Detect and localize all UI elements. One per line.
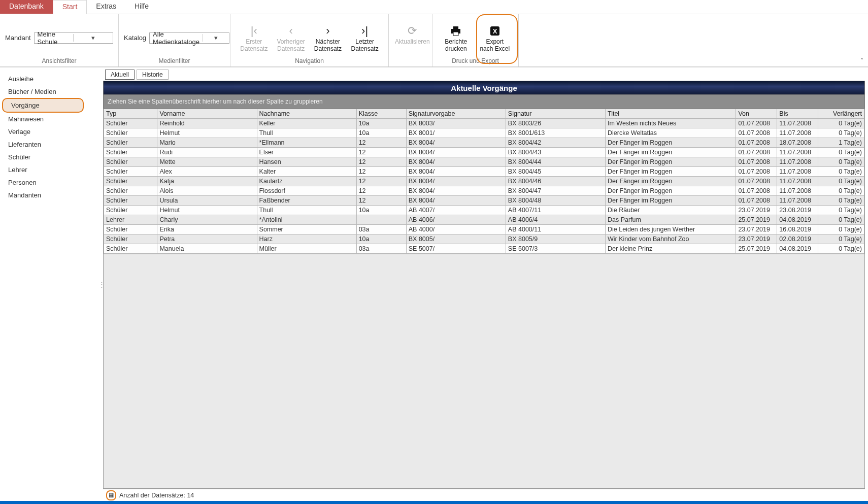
cell: BX 8004/ [406, 157, 506, 167]
cell: Der Fänger im Roggen [605, 157, 736, 167]
cell: 11.07.2008 [777, 177, 818, 186]
mandant-label: Mandant [5, 34, 31, 42]
cell: 23.07.2019 [736, 234, 777, 244]
col-sigvorgabe[interactable]: Signaturvorgabe [406, 109, 506, 119]
table-row[interactable]: SchülerKatjaKaulartz12BX 8004/BX 8004/46… [104, 177, 864, 186]
katalog-label: Katalog [124, 34, 146, 42]
col-verlaengert[interactable]: Verlängert [818, 109, 864, 119]
cell: 11.07.2008 [777, 157, 818, 167]
col-typ[interactable]: Typ [104, 109, 157, 119]
table-row[interactable]: LehrerCharly*AntoliniAB 4006/AB 4006/4Da… [104, 215, 864, 225]
last-record-button[interactable]: ›| Letzter Datensatz [346, 22, 383, 54]
table-row[interactable]: SchülerAloisFlossdorf12BX 8004/BX 8004/4… [104, 186, 864, 196]
cell: 25.07.2019 [736, 244, 777, 254]
col-vorname[interactable]: Vorname [157, 109, 257, 119]
cell: 0 Tag(e) [818, 128, 864, 138]
cell: 01.07.2008 [736, 196, 777, 206]
cell: Mario [157, 138, 257, 148]
col-signatur[interactable]: Signatur [506, 109, 605, 119]
sidebar-item-lieferanten[interactable]: Lieferanten [0, 138, 100, 151]
sidebar-item-verlage[interactable]: Verlage [0, 125, 100, 138]
cell: 04.08.2019 [777, 244, 818, 254]
table-row[interactable]: SchülerUrsulaFaßbender12BX 8004/BX 8004/… [104, 196, 864, 206]
cell: Thull [257, 128, 356, 138]
sidebar-item-personen[interactable]: Personen [0, 176, 100, 189]
cell: Der Fänger im Roggen [605, 167, 736, 177]
first-record-button[interactable]: |‹ Erster Datensatz [236, 22, 273, 54]
menutab-start[interactable]: Start [53, 0, 87, 14]
subtabs: Aktuell Historie [103, 70, 865, 81]
cell: Charly [157, 215, 257, 225]
katalog-combo[interactable]: Alle Medienkataloge ▾ [149, 32, 229, 44]
menutab-hilfe[interactable]: Hilfe [125, 0, 158, 14]
ribbon-collapse-button[interactable]: ˄ [860, 57, 864, 64]
cell: 01.07.2008 [736, 148, 777, 157]
cell: 10a [356, 128, 406, 138]
cell: Helmut [157, 128, 257, 138]
tab-aktuell[interactable]: Aktuell [105, 70, 135, 80]
svg-text:X: X [492, 27, 497, 35]
cell: Der kleine Prinz [605, 244, 736, 254]
col-nachname[interactable]: Nachname [257, 109, 356, 119]
table-row[interactable]: SchülerHelmutThull10aBX 8001/BX 8001/613… [104, 128, 864, 138]
table-row[interactable]: SchülerManuelaMüller03aSE 5007/SE 5007/3… [104, 244, 864, 254]
menutab-extras[interactable]: Extras [87, 0, 125, 14]
group-by-hint[interactable]: Ziehen Sie eine Spaltenüberschrift hierh… [103, 95, 865, 109]
sidebar-item-lehrer[interactable]: Lehrer [0, 163, 100, 176]
refresh-button[interactable]: ⟳ Aktualisieren [394, 22, 431, 54]
cell: Alex [157, 167, 257, 177]
col-klasse[interactable]: Klasse [356, 109, 406, 119]
cell: Ursula [157, 196, 257, 206]
col-von[interactable]: Von [736, 109, 777, 119]
cell: 0 Tag(e) [818, 186, 864, 196]
chevron-down-icon[interactable]: ▾ [73, 34, 113, 42]
ribbon-group-export: Berichte drucken X Export nach Excel Dru… [432, 14, 519, 66]
print-reports-button[interactable]: Berichte drucken [438, 22, 475, 54]
col-bis[interactable]: Bis [777, 109, 818, 119]
table-row[interactable]: SchülerHelmutThull10aAB 4007/AB 4007/11D… [104, 206, 864, 215]
cell: 16.08.2019 [777, 225, 818, 234]
export-excel-button[interactable]: X Export nach Excel [477, 22, 514, 54]
cell: 10a [356, 119, 406, 128]
table-row[interactable]: SchülerAlexKalter12BX 8004/BX 8004/45Der… [104, 167, 864, 177]
cell: Schüler [104, 186, 157, 196]
cell: Harz [257, 234, 356, 244]
svg-rect-1 [453, 26, 458, 29]
table-row[interactable]: SchülerMetteHansen12BX 8004/BX 8004/44De… [104, 157, 864, 167]
next-record-button[interactable]: › Nächster Datensatz [310, 22, 347, 54]
mandant-combo[interactable]: Meine Schule ▾ [34, 32, 113, 44]
ribbon-group-ansichtsfilter: Mandant Meine Schule ▾ Ansichtsfilter [0, 14, 119, 66]
printer-icon [449, 24, 462, 38]
cell: Alois [157, 186, 257, 196]
data-grid: Typ Vorname Nachname Klasse Signaturvorg… [103, 109, 865, 489]
table-row[interactable]: SchülerPetraHarz10aBX 8005/BX 8005/9Wir … [104, 234, 864, 244]
sidebar-item-mandanten[interactable]: Mandanten [0, 189, 100, 201]
mandant-value: Meine Schule [35, 30, 74, 46]
tab-historie[interactable]: Historie [137, 70, 169, 80]
workarea: Ausleihe Bücher / Medien Vorgänge Mahnwe… [0, 67, 868, 501]
cell: AB 4007/11 [506, 206, 605, 215]
sidebar-item-vorgaenge[interactable]: Vorgänge [2, 98, 84, 113]
table-row[interactable]: SchülerRudiElser12BX 8004/BX 8004/43Der … [104, 148, 864, 157]
cell: BX 8004/ [406, 196, 506, 206]
cell: 11.07.2008 [777, 196, 818, 206]
cell: BX 8004/42 [506, 138, 605, 148]
cell: Elser [257, 148, 356, 157]
chevron-down-icon[interactable]: ▾ [203, 34, 229, 42]
cell: AB 4000/ [406, 225, 506, 234]
table-row[interactable]: SchülerMario*Ellmann12BX 8004/BX 8004/42… [104, 138, 864, 148]
cell: BX 8001/613 [506, 128, 605, 138]
table-row[interactable]: SchülerReinholdKeller10aBX 8003/BX 8003/… [104, 119, 864, 128]
sidebar-item-schueler[interactable]: Schüler [0, 151, 100, 163]
cell: BX 8001/ [406, 128, 506, 138]
cell: 02.08.2019 [777, 234, 818, 244]
menutab-datenbank[interactable]: Datenbank [0, 0, 53, 14]
col-titel[interactable]: Titel [605, 109, 736, 119]
cell: 23.07.2019 [736, 206, 777, 215]
sidebar-item-mahnwesen[interactable]: Mahnwesen [0, 113, 100, 125]
prev-record-button[interactable]: ‹ Vorheriger Datensatz [273, 22, 310, 54]
cell: Keller [257, 119, 356, 128]
sidebar-item-buecher[interactable]: Bücher / Medien [0, 85, 100, 98]
table-row[interactable]: SchülerErikaSommer03aAB 4000/AB 4000/11D… [104, 225, 864, 234]
sidebar-item-ausleihe[interactable]: Ausleihe [0, 73, 100, 85]
